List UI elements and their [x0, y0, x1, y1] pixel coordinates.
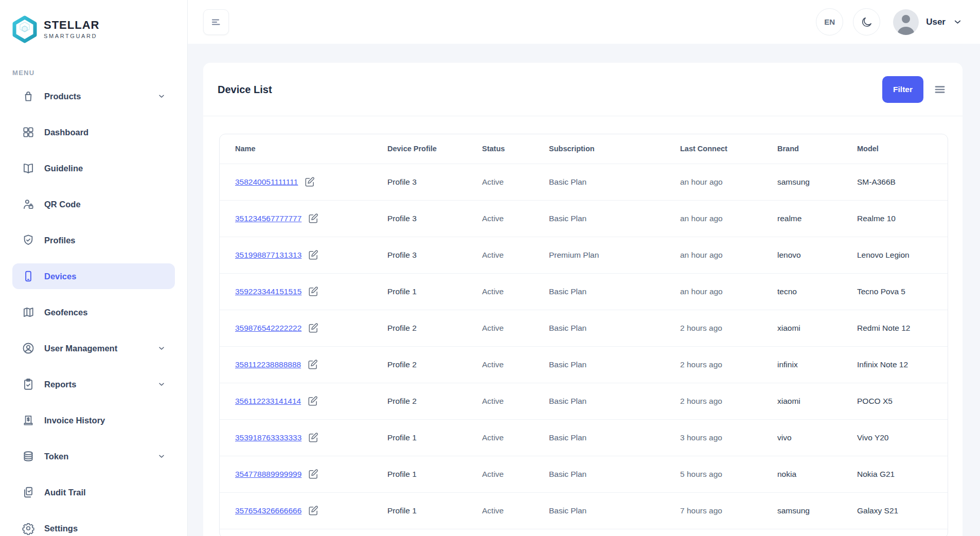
- sidebar-item-label: Dashboard: [44, 128, 166, 137]
- user-menu[interactable]: User: [893, 9, 963, 35]
- device-name-link[interactable]: 353918763333333: [235, 433, 301, 442]
- table-row: 351998877131313 Profile 3 Active Premium…: [220, 237, 948, 273]
- chevron-down-icon: [157, 344, 166, 352]
- sidebar-item-settings[interactable]: Settings: [12, 515, 175, 536]
- sidebar-item-qr-code[interactable]: QR Code: [12, 191, 175, 217]
- sidebar-nav: Products Dashboard Guideline QR Code: [12, 83, 175, 536]
- edit-device-button[interactable]: [307, 249, 319, 261]
- brand-cell: samsung: [777, 164, 857, 200]
- last-connect-cell: an hour ago: [680, 200, 777, 237]
- edit-pencil-icon: [307, 359, 318, 370]
- sidebar-item-guideline[interactable]: Guideline: [12, 155, 175, 181]
- model-cell: Vivo Y20: [857, 419, 948, 456]
- sidebar-item-devices[interactable]: Devices: [12, 263, 175, 289]
- chevron-down-icon: [157, 380, 166, 388]
- theme-toggle-button[interactable]: [853, 8, 880, 35]
- device-name-link[interactable]: 354778889999999: [235, 470, 301, 479]
- status-cell: Active: [482, 310, 549, 346]
- model-cell: Realme 10: [857, 200, 948, 237]
- subscription-cell: Basic Plan: [549, 346, 680, 383]
- audit-icon: [22, 486, 35, 499]
- table-row: 351234567777777 Profile 3 Active Basic P…: [220, 200, 948, 237]
- sidebar-item-geofences[interactable]: Geofences: [12, 299, 175, 325]
- device-name-link[interactable]: 359223344151515: [235, 287, 301, 296]
- device-name-link[interactable]: 358112238888888: [235, 360, 301, 369]
- sidebar-item-label: Geofences: [44, 308, 166, 317]
- device-name-link[interactable]: 358240051111111: [235, 177, 298, 187]
- table-menu-button[interactable]: [932, 82, 948, 97]
- brand-cell: samsung: [777, 492, 857, 529]
- subscription-cell: Basic Plan: [549, 200, 680, 237]
- sidebar-item-user-management[interactable]: User Management: [12, 335, 175, 361]
- edit-device-button[interactable]: [307, 322, 319, 334]
- edit-device-button[interactable]: [304, 176, 315, 188]
- edit-pencil-icon: [307, 395, 318, 407]
- edit-pencil-icon: [307, 468, 319, 480]
- sidebar-item-token[interactable]: Token: [12, 443, 175, 469]
- device-list-card: Device List Filter: [203, 63, 963, 536]
- device-profile-cell: Profile 2: [387, 383, 482, 419]
- edit-device-button[interactable]: [307, 432, 319, 443]
- column-header-subscription: Subscription: [549, 134, 680, 164]
- sidebar: STELLAR SMARTGUARD MENU Products Dashboa…: [0, 0, 188, 536]
- device-profile-cell: Profile 3: [387, 237, 482, 273]
- device-profile-cell: Profile 1: [387, 456, 482, 492]
- status-cell: Active: [482, 200, 549, 237]
- sidebar-item-invoice-history[interactable]: Invoice History: [12, 407, 175, 433]
- edit-pencil-icon: [307, 505, 319, 516]
- edit-device-button[interactable]: [307, 359, 318, 370]
- device-name-link[interactable]: 351998877131313: [235, 251, 301, 260]
- status-cell: Active: [482, 346, 549, 383]
- last-connect-cell: 3 hours ago: [680, 419, 777, 456]
- model-cell: Galaxy S21: [857, 492, 948, 529]
- last-connect-cell: an hour ago: [680, 273, 777, 310]
- avatar: [893, 9, 919, 35]
- edit-device-button[interactable]: [307, 212, 319, 224]
- subscription-cell: Basic Plan: [549, 456, 680, 492]
- edit-device-button[interactable]: [307, 505, 319, 516]
- model-cell: Lenovo Legion: [857, 237, 948, 273]
- edit-device-button[interactable]: [307, 395, 318, 407]
- column-header-device-profile: Device Profile: [387, 134, 482, 164]
- edit-device-button[interactable]: [307, 468, 319, 480]
- device-name-link[interactable]: 356112233141414: [235, 397, 301, 406]
- device-name-link[interactable]: 357654326666666: [235, 506, 301, 515]
- hexagon-logo-icon: [12, 15, 37, 43]
- brand-name: STELLAR: [44, 20, 99, 31]
- brand-cell: vivo: [777, 419, 857, 456]
- status-cell: Active: [482, 492, 549, 529]
- sidebar-collapse-button[interactable]: [203, 9, 229, 35]
- sidebar-item-label: Profiles: [44, 236, 166, 245]
- device-profile-cell: Profile 1: [387, 273, 482, 310]
- subscription-cell: Premium Plan: [549, 237, 680, 273]
- sidebar-item-label: Reports: [44, 380, 148, 389]
- sidebar-item-label: Devices: [44, 272, 166, 281]
- sidebar-item-dashboard[interactable]: Dashboard: [12, 119, 175, 145]
- language-button[interactable]: EN: [816, 8, 843, 35]
- sidebar-item-profiles[interactable]: Profiles: [12, 227, 175, 253]
- model-cell: SM-A366B: [857, 164, 948, 200]
- edit-pencil-icon: [304, 176, 315, 188]
- last-connect-cell: 5 hours ago: [680, 456, 777, 492]
- subscription-cell: Basic Plan: [549, 383, 680, 419]
- filter-button[interactable]: Filter: [882, 76, 923, 103]
- sidebar-item-audit-trail[interactable]: Audit Trail: [12, 479, 175, 505]
- sidebar-item-reports[interactable]: Reports: [12, 371, 175, 397]
- brand-logo[interactable]: STELLAR SMARTGUARD: [12, 15, 175, 43]
- bag-icon: [22, 90, 35, 103]
- user-lock-icon: [22, 198, 35, 211]
- subscription-cell: Basic Plan: [549, 310, 680, 346]
- column-header-status: Status: [482, 134, 549, 164]
- sidebar-item-label: Products: [44, 92, 148, 101]
- device-name-link[interactable]: 351234567777777: [235, 214, 301, 223]
- status-cell: Active: [482, 237, 549, 273]
- grid-icon: [22, 126, 35, 139]
- language-label: EN: [824, 17, 835, 26]
- device-profile-cell: Profile 2: [387, 310, 482, 346]
- edit-device-button[interactable]: [307, 285, 319, 297]
- device-name-link[interactable]: 359876542222222: [235, 324, 301, 333]
- sidebar-item-products[interactable]: Products: [12, 83, 175, 109]
- coins-icon: [22, 450, 35, 463]
- edit-pencil-icon: [307, 432, 319, 443]
- table-row: 356112233141414 Profile 2 Active Basic P…: [220, 383, 948, 419]
